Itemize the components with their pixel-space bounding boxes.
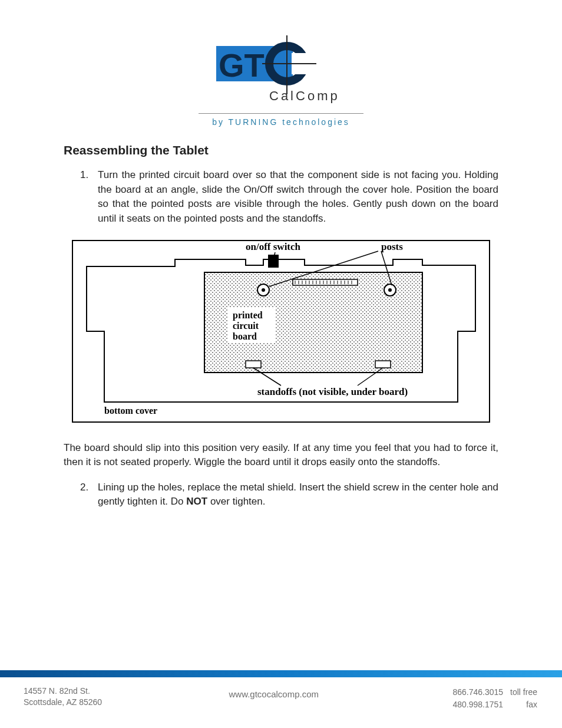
diagram-figure: on/off switch posts printed circuit boar… (64, 237, 498, 428)
label-standoffs: standoffs (not visible, under board) (257, 386, 408, 397)
footer-phone-fax-label: fax (504, 699, 537, 710)
footer-color-bar (0, 670, 562, 677)
footer-row: 14557 N. 82nd St. Scottsdale, AZ 85260 w… (0, 677, 562, 728)
label-pcb-3: board (233, 331, 257, 341)
label-pcb-2: circuit (233, 321, 259, 331)
logo-block: GT CalComp by TURNING technologies (64, 35, 498, 127)
footer-phone-fax: 480.998.1751 (447, 699, 503, 710)
label-bottom-cover: bottom cover (104, 406, 157, 416)
step-2-text-a: Lining up the holes, replace the metal s… (98, 482, 498, 508)
footer-url: www.gtcocalcomp.com (229, 686, 319, 699)
section-title: Reassembling the Tablet (64, 143, 498, 157)
tablet-diagram: on/off switch posts printed circuit boar… (69, 237, 493, 426)
gtco-calcomp-logo: GT CalComp (193, 35, 369, 106)
footer-phones: 866.746.3015 toll free 480.998.1751 fax (445, 686, 538, 711)
logo-subline: by TURNING technologies (64, 117, 498, 127)
page-footer: 14557 N. 82nd St. Scottsdale, AZ 85260 w… (0, 670, 562, 728)
footer-phone-tollfree-label: toll free (504, 687, 537, 698)
document-page: GT CalComp by TURNING technologies Reass… (0, 0, 562, 728)
page-content: GT CalComp by TURNING technologies Reass… (0, 0, 562, 509)
label-onoff: on/off switch (246, 241, 301, 252)
svg-text:GT: GT (219, 47, 265, 84)
instruction-list: 1. Turn the printed circuit board over s… (64, 168, 498, 226)
svg-rect-35 (375, 361, 391, 368)
footer-phone-tollfree: 866.746.3015 (447, 687, 503, 698)
svg-point-33 (388, 288, 392, 292)
footer-addr-line1: 14557 N. 82nd St. (24, 686, 102, 697)
instruction-list-2: 2. Lining up the holes, replace the meta… (64, 480, 498, 509)
logo-divider (199, 113, 363, 114)
logo-calcomp-text: CalComp (269, 88, 340, 103)
step-2-bold: NOT (186, 496, 207, 507)
step-2-number: 2. (80, 480, 88, 495)
label-posts: posts (381, 241, 403, 252)
step-1-text: Turn the printed circuit board over so t… (98, 169, 498, 224)
step-2: 2. Lining up the holes, replace the meta… (98, 480, 498, 509)
step-1-number: 1. (80, 168, 88, 183)
body-paragraph: The board should slip into this position… (64, 441, 498, 470)
svg-point-31 (262, 288, 265, 292)
footer-addr-line2: Scottsdale, AZ 85260 (24, 697, 102, 708)
svg-rect-34 (246, 361, 261, 368)
label-pcb-1: printed (233, 310, 263, 321)
footer-address: 14557 N. 82nd St. Scottsdale, AZ 85260 (24, 686, 102, 708)
step-1: 1. Turn the printed circuit board over s… (98, 168, 498, 226)
svg-rect-10 (268, 255, 279, 268)
step-2-text-b: over tighten. (207, 496, 265, 507)
